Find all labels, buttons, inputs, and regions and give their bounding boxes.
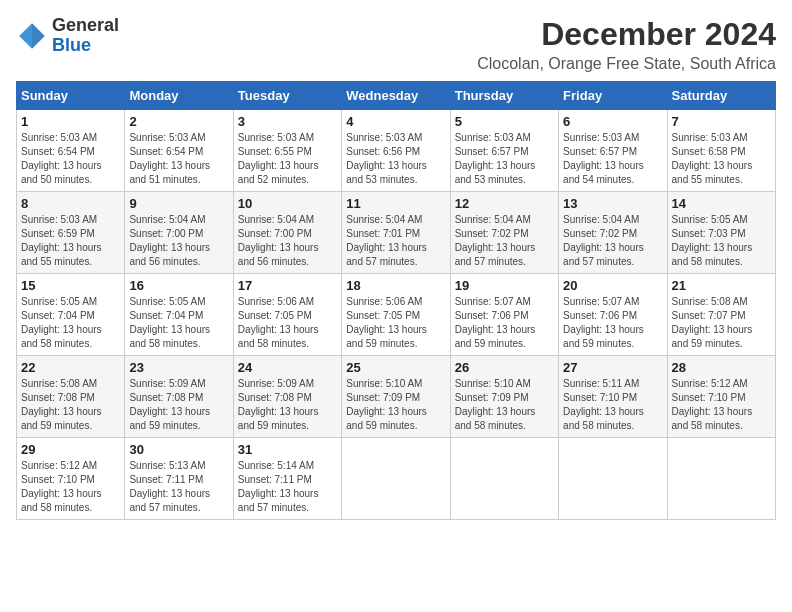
- weekday-header-thursday: Thursday: [450, 82, 558, 110]
- day-info: Sunrise: 5:07 AM Sunset: 7:06 PM Dayligh…: [455, 295, 554, 351]
- calendar-cell: 27 Sunrise: 5:11 AM Sunset: 7:10 PM Dayl…: [559, 356, 667, 438]
- day-number: 3: [238, 114, 337, 129]
- day-info: Sunrise: 5:07 AM Sunset: 7:06 PM Dayligh…: [563, 295, 662, 351]
- calendar-cell: 5 Sunrise: 5:03 AM Sunset: 6:57 PM Dayli…: [450, 110, 558, 192]
- calendar-cell: 4 Sunrise: 5:03 AM Sunset: 6:56 PM Dayli…: [342, 110, 450, 192]
- day-info: Sunrise: 5:10 AM Sunset: 7:09 PM Dayligh…: [455, 377, 554, 433]
- calendar-cell: 10 Sunrise: 5:04 AM Sunset: 7:00 PM Dayl…: [233, 192, 341, 274]
- calendar-cell: 3 Sunrise: 5:03 AM Sunset: 6:55 PM Dayli…: [233, 110, 341, 192]
- day-number: 16: [129, 278, 228, 293]
- calendar-cell: 28 Sunrise: 5:12 AM Sunset: 7:10 PM Dayl…: [667, 356, 775, 438]
- day-number: 13: [563, 196, 662, 211]
- day-number: 22: [21, 360, 120, 375]
- day-number: 18: [346, 278, 445, 293]
- day-info: Sunrise: 5:05 AM Sunset: 7:04 PM Dayligh…: [21, 295, 120, 351]
- day-info: Sunrise: 5:08 AM Sunset: 7:08 PM Dayligh…: [21, 377, 120, 433]
- calendar-cell: 7 Sunrise: 5:03 AM Sunset: 6:58 PM Dayli…: [667, 110, 775, 192]
- day-info: Sunrise: 5:09 AM Sunset: 7:08 PM Dayligh…: [129, 377, 228, 433]
- day-number: 26: [455, 360, 554, 375]
- calendar-table: SundayMondayTuesdayWednesdayThursdayFrid…: [16, 81, 776, 520]
- logo-text: General Blue: [52, 16, 119, 56]
- day-number: 31: [238, 442, 337, 457]
- week-row-2: 8 Sunrise: 5:03 AM Sunset: 6:59 PM Dayli…: [17, 192, 776, 274]
- day-number: 6: [563, 114, 662, 129]
- day-number: 4: [346, 114, 445, 129]
- day-info: Sunrise: 5:11 AM Sunset: 7:10 PM Dayligh…: [563, 377, 662, 433]
- calendar-cell: 6 Sunrise: 5:03 AM Sunset: 6:57 PM Dayli…: [559, 110, 667, 192]
- calendar-cell: 29 Sunrise: 5:12 AM Sunset: 7:10 PM Dayl…: [17, 438, 125, 520]
- main-title: December 2024: [477, 16, 776, 53]
- calendar-cell: [450, 438, 558, 520]
- title-section: December 2024 Clocolan, Orange Free Stat…: [477, 16, 776, 73]
- weekday-header-monday: Monday: [125, 82, 233, 110]
- day-info: Sunrise: 5:03 AM Sunset: 6:55 PM Dayligh…: [238, 131, 337, 187]
- calendar-cell: 1 Sunrise: 5:03 AM Sunset: 6:54 PM Dayli…: [17, 110, 125, 192]
- day-info: Sunrise: 5:04 AM Sunset: 7:02 PM Dayligh…: [455, 213, 554, 269]
- day-info: Sunrise: 5:13 AM Sunset: 7:11 PM Dayligh…: [129, 459, 228, 515]
- weekday-header-row: SundayMondayTuesdayWednesdayThursdayFrid…: [17, 82, 776, 110]
- day-info: Sunrise: 5:12 AM Sunset: 7:10 PM Dayligh…: [21, 459, 120, 515]
- day-info: Sunrise: 5:06 AM Sunset: 7:05 PM Dayligh…: [238, 295, 337, 351]
- day-number: 2: [129, 114, 228, 129]
- header: General Blue December 2024 Clocolan, Ora…: [16, 16, 776, 73]
- week-row-4: 22 Sunrise: 5:08 AM Sunset: 7:08 PM Dayl…: [17, 356, 776, 438]
- calendar-cell: 16 Sunrise: 5:05 AM Sunset: 7:04 PM Dayl…: [125, 274, 233, 356]
- calendar-cell: 24 Sunrise: 5:09 AM Sunset: 7:08 PM Dayl…: [233, 356, 341, 438]
- day-number: 24: [238, 360, 337, 375]
- day-info: Sunrise: 5:08 AM Sunset: 7:07 PM Dayligh…: [672, 295, 771, 351]
- day-info: Sunrise: 5:03 AM Sunset: 6:56 PM Dayligh…: [346, 131, 445, 187]
- week-row-5: 29 Sunrise: 5:12 AM Sunset: 7:10 PM Dayl…: [17, 438, 776, 520]
- calendar-cell: 8 Sunrise: 5:03 AM Sunset: 6:59 PM Dayli…: [17, 192, 125, 274]
- week-row-3: 15 Sunrise: 5:05 AM Sunset: 7:04 PM Dayl…: [17, 274, 776, 356]
- subtitle: Clocolan, Orange Free State, South Afric…: [477, 55, 776, 73]
- day-number: 30: [129, 442, 228, 457]
- day-number: 7: [672, 114, 771, 129]
- calendar-cell: [559, 438, 667, 520]
- calendar-cell: 22 Sunrise: 5:08 AM Sunset: 7:08 PM Dayl…: [17, 356, 125, 438]
- day-number: 17: [238, 278, 337, 293]
- weekday-header-sunday: Sunday: [17, 82, 125, 110]
- day-info: Sunrise: 5:04 AM Sunset: 7:01 PM Dayligh…: [346, 213, 445, 269]
- day-number: 19: [455, 278, 554, 293]
- day-info: Sunrise: 5:03 AM Sunset: 6:59 PM Dayligh…: [21, 213, 120, 269]
- day-info: Sunrise: 5:03 AM Sunset: 6:54 PM Dayligh…: [129, 131, 228, 187]
- calendar-cell: 2 Sunrise: 5:03 AM Sunset: 6:54 PM Dayli…: [125, 110, 233, 192]
- day-number: 14: [672, 196, 771, 211]
- day-number: 25: [346, 360, 445, 375]
- calendar-cell: 30 Sunrise: 5:13 AM Sunset: 7:11 PM Dayl…: [125, 438, 233, 520]
- day-number: 27: [563, 360, 662, 375]
- logo: General Blue: [16, 16, 119, 56]
- calendar-cell: 26 Sunrise: 5:10 AM Sunset: 7:09 PM Dayl…: [450, 356, 558, 438]
- day-number: 28: [672, 360, 771, 375]
- day-number: 21: [672, 278, 771, 293]
- calendar-cell: 18 Sunrise: 5:06 AM Sunset: 7:05 PM Dayl…: [342, 274, 450, 356]
- svg-marker-1: [19, 23, 32, 49]
- day-info: Sunrise: 5:03 AM Sunset: 6:54 PM Dayligh…: [21, 131, 120, 187]
- calendar-cell: 19 Sunrise: 5:07 AM Sunset: 7:06 PM Dayl…: [450, 274, 558, 356]
- day-info: Sunrise: 5:06 AM Sunset: 7:05 PM Dayligh…: [346, 295, 445, 351]
- calendar-cell: 12 Sunrise: 5:04 AM Sunset: 7:02 PM Dayl…: [450, 192, 558, 274]
- day-number: 29: [21, 442, 120, 457]
- day-number: 10: [238, 196, 337, 211]
- day-info: Sunrise: 5:09 AM Sunset: 7:08 PM Dayligh…: [238, 377, 337, 433]
- calendar-cell: 9 Sunrise: 5:04 AM Sunset: 7:00 PM Dayli…: [125, 192, 233, 274]
- day-number: 23: [129, 360, 228, 375]
- day-info: Sunrise: 5:03 AM Sunset: 6:57 PM Dayligh…: [563, 131, 662, 187]
- calendar-cell: 14 Sunrise: 5:05 AM Sunset: 7:03 PM Dayl…: [667, 192, 775, 274]
- day-info: Sunrise: 5:12 AM Sunset: 7:10 PM Dayligh…: [672, 377, 771, 433]
- day-number: 9: [129, 196, 228, 211]
- day-info: Sunrise: 5:03 AM Sunset: 6:57 PM Dayligh…: [455, 131, 554, 187]
- logo-icon: [16, 20, 48, 52]
- day-info: Sunrise: 5:14 AM Sunset: 7:11 PM Dayligh…: [238, 459, 337, 515]
- day-number: 1: [21, 114, 120, 129]
- svg-marker-0: [32, 23, 45, 49]
- day-number: 15: [21, 278, 120, 293]
- calendar-cell: 11 Sunrise: 5:04 AM Sunset: 7:01 PM Dayl…: [342, 192, 450, 274]
- weekday-header-wednesday: Wednesday: [342, 82, 450, 110]
- day-info: Sunrise: 5:10 AM Sunset: 7:09 PM Dayligh…: [346, 377, 445, 433]
- day-info: Sunrise: 5:05 AM Sunset: 7:03 PM Dayligh…: [672, 213, 771, 269]
- day-info: Sunrise: 5:05 AM Sunset: 7:04 PM Dayligh…: [129, 295, 228, 351]
- day-info: Sunrise: 5:04 AM Sunset: 7:02 PM Dayligh…: [563, 213, 662, 269]
- weekday-header-saturday: Saturday: [667, 82, 775, 110]
- day-info: Sunrise: 5:04 AM Sunset: 7:00 PM Dayligh…: [129, 213, 228, 269]
